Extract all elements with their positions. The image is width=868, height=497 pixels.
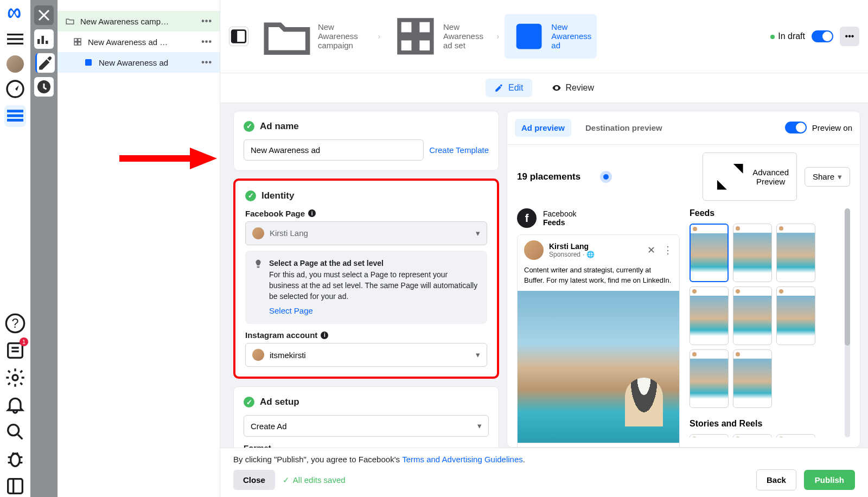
chevron-right-icon: › <box>496 32 499 41</box>
panel-toggle-button[interactable] <box>229 27 248 46</box>
collapse-icon[interactable] <box>4 475 26 497</box>
identity-card: ✓Identity Facebook Pagei Kirsti Lang ▾ S… <box>233 179 499 379</box>
topbar: New Awareness campaign › New Awareness a… <box>220 0 868 73</box>
preview-creative <box>518 291 679 443</box>
gauge-icon[interactable] <box>4 78 26 100</box>
help-icon[interactable]: ? <box>4 313 26 334</box>
more-icon[interactable]: ••• <box>201 16 212 26</box>
history-tool[interactable] <box>34 77 54 97</box>
folder-icon <box>65 16 75 26</box>
ad-setup-card: ✓Ad setup Create Ad ▾ Format <box>233 386 499 448</box>
more-icon[interactable]: ⋮ <box>663 244 673 256</box>
tree-ad-label: New Awareness ad <box>99 58 196 67</box>
placement-thumb[interactable] <box>776 224 815 282</box>
draft-status: In draft <box>770 31 805 41</box>
create-template-link[interactable]: Create Template <box>429 145 489 155</box>
news-icon[interactable] <box>4 340 26 361</box>
crumb-ad[interactable]: New Awareness ad <box>505 14 597 59</box>
search-icon[interactable] <box>4 421 26 443</box>
placement-thumb[interactable] <box>733 224 772 282</box>
ad-name-input[interactable] <box>244 139 424 161</box>
placement-thumb[interactable] <box>690 286 729 345</box>
more-icon[interactable]: ••• <box>201 58 212 67</box>
close-icon[interactable]: ✕ <box>647 244 655 256</box>
preview-panel: Ad preview Destination preview Preview o… <box>507 111 860 448</box>
ad-name-card: ✓Ad name Create Template <box>233 111 499 171</box>
placement-thumb[interactable] <box>690 349 729 408</box>
crumb-adset[interactable]: New Awareness ad set <box>386 9 491 64</box>
share-button[interactable]: Share▾ <box>805 167 850 187</box>
publish-button[interactable]: Publish <box>804 470 855 490</box>
bug-icon[interactable] <box>4 448 26 470</box>
placement-thumb[interactable] <box>776 434 815 437</box>
ad-setup-select[interactable]: Create Ad ▾ <box>244 415 489 437</box>
advanced-preview-button[interactable]: Advanced Preview <box>703 152 797 201</box>
topbar-more-button[interactable]: ••• <box>840 27 859 46</box>
edit-tool[interactable] <box>35 53 55 73</box>
chart-tool[interactable] <box>34 29 54 49</box>
svg-point-4 <box>12 375 18 380</box>
left-rail: ? <box>0 0 30 497</box>
edit-tab[interactable]: Edit <box>486 79 532 97</box>
placement-thumb[interactable] <box>690 434 729 437</box>
tree-ad-row[interactable]: New Awareness ad ••• <box>58 52 220 73</box>
saved-status: ✓ All edits saved <box>283 475 346 485</box>
more-icon[interactable]: ••• <box>201 37 212 47</box>
crumb-campaign[interactable]: New Awareness campaign <box>254 5 372 67</box>
preview-avatar <box>524 240 544 260</box>
lightbulb-icon <box>253 258 264 269</box>
ad-icon <box>84 58 93 67</box>
format-label: Format <box>244 443 489 448</box>
chevron-down-icon: ▾ <box>476 350 480 360</box>
tree-adset-row[interactable]: New Awareness ad … ••• <box>58 31 220 52</box>
chevron-right-icon: › <box>378 32 380 41</box>
back-button[interactable]: Back <box>756 469 796 490</box>
notifications-icon[interactable] <box>4 394 26 416</box>
svg-rect-12 <box>516 24 542 49</box>
publish-toggle[interactable] <box>812 30 833 42</box>
meta-logo[interactable] <box>7 5 24 23</box>
tree-campaign-label: New Awareness camp… <box>80 17 196 26</box>
svg-rect-9 <box>85 59 92 66</box>
chevron-down-icon: ▾ <box>476 228 480 238</box>
placement-thumb[interactable] <box>733 286 772 345</box>
subheader: Edit Review <box>220 73 868 103</box>
chevron-down-icon: ▾ <box>477 421 482 431</box>
facebook-icon: f <box>517 208 537 228</box>
ads-manager-icon[interactable] <box>4 105 26 127</box>
menu-icon[interactable] <box>4 28 26 50</box>
review-tab[interactable]: Review <box>543 79 603 97</box>
tree-campaign-row[interactable]: New Awareness camp… ••• <box>58 11 220 31</box>
info-icon[interactable]: i <box>321 332 328 339</box>
preview-toggle[interactable] <box>785 122 807 133</box>
destination-preview-tab[interactable]: Destination preview <box>579 119 669 137</box>
identity-callout: Select a Page at the ad set level For th… <box>245 251 487 324</box>
select-page-link[interactable]: Select Page <box>269 305 480 316</box>
terms-link[interactable]: Terms and Advertising Guidelines <box>402 455 523 464</box>
ad-preview-card: Kirsti Lang Sponsored · 🌐 ✕ ⋮ Content wr… <box>517 234 680 447</box>
svg-text:?: ? <box>12 316 19 330</box>
account-avatar[interactable] <box>7 55 24 73</box>
placement-thumb[interactable] <box>733 349 772 408</box>
adset-icon <box>73 37 82 47</box>
placement-thumb[interactable] <box>690 224 729 282</box>
info-icon[interactable]: i <box>308 209 316 217</box>
svg-rect-7 <box>8 479 23 494</box>
main-area: New Awareness campaign › New Awareness a… <box>220 0 868 497</box>
settings-icon[interactable] <box>4 367 26 388</box>
close-button[interactable]: Close <box>233 470 275 490</box>
ad-preview-tab[interactable]: Ad preview <box>515 119 571 137</box>
tools-column <box>30 0 58 497</box>
scrollbar[interactable] <box>845 208 850 437</box>
placement-thumb[interactable] <box>733 434 772 437</box>
close-tool[interactable] <box>34 5 54 25</box>
page-avatar <box>252 227 264 239</box>
ig-avatar <box>252 349 264 361</box>
ig-account-select[interactable]: itsmekirsti ▾ <box>245 343 487 367</box>
svg-rect-11 <box>232 30 237 43</box>
ig-account-label: Instagram accounti <box>245 330 487 340</box>
check-icon: ✓ <box>245 190 256 201</box>
placement-thumb[interactable] <box>776 286 815 345</box>
fb-page-select[interactable]: Kirsti Lang ▾ <box>245 221 487 245</box>
pulse-indicator <box>603 174 609 180</box>
